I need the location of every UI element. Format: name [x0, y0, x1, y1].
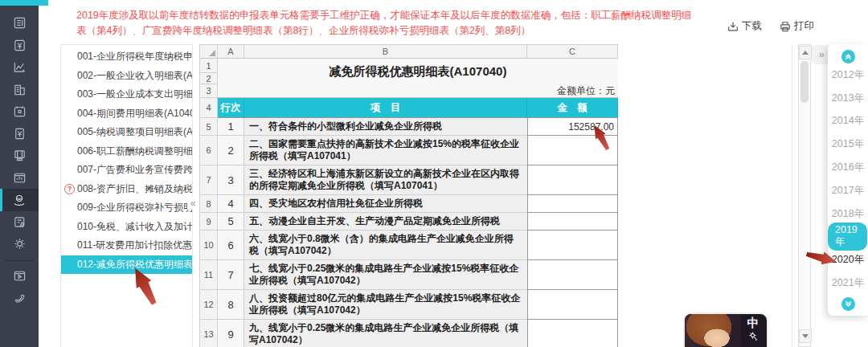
sidebar-item-company[interactable]: [0, 79, 39, 101]
row-number: 8: [200, 195, 218, 213]
cell-line-no[interactable]: 1: [218, 118, 244, 136]
cell-line-no[interactable]: 9: [218, 320, 244, 347]
form-list-item[interactable]: 003-一般企业成本支出明细...: [61, 85, 192, 104]
column-header-row: A B C: [200, 45, 618, 59]
form-list-item[interactable]: 012-减免所得税优惠明细表(...: [61, 255, 192, 275]
sidebar-item-phone-support[interactable]: [0, 287, 39, 309]
year-list: 2012年2013年2014年2015年2016年2017年2018年2019年…: [828, 63, 868, 295]
sidebar-item-ledger[interactable]: [0, 123, 39, 145]
cell-item[interactable]: 七、线宽小于0.25微米的集成电路生产企业减按15%税率征收企业所得税（填写A1…: [244, 260, 527, 290]
row-number: 5: [200, 118, 218, 136]
cell-item[interactable]: 九、线宽小于0.25微米的集成电路生产企业减免企业所得税（填写A107042）: [244, 320, 527, 347]
sidebar-item-reports-chart[interactable]: [0, 56, 39, 79]
top-accent-strip: [0, 0, 48, 6]
form-list-item[interactable]: 006-职工薪酬纳税调整明细...: [61, 142, 192, 161]
sidebar-item-settings[interactable]: [0, 233, 39, 255]
cell-line-no[interactable]: 2: [218, 136, 244, 165]
row-number: 13: [200, 320, 218, 347]
select-all-corner[interactable]: [200, 45, 218, 59]
column-header-c[interactable]: C: [527, 45, 618, 59]
cell-line-no[interactable]: 7: [218, 260, 244, 290]
triangle-down-icon: [802, 334, 809, 338]
form-list-item[interactable]: ?008-资产折旧、摊销及纳税...: [61, 180, 192, 199]
form-list-item-label: 004-期间费用明细表(A1040...: [77, 107, 192, 120]
checkbook-icon: [13, 215, 27, 229]
cell-item[interactable]: 八、投资额超过80亿元的集成电路生产企业减按15%税率征收企业所得税（填写A10…: [244, 290, 527, 320]
question-flag-icon: ?: [64, 184, 75, 194]
print-button[interactable]: 打印: [780, 19, 814, 33]
form-list-item[interactable]: 007-广告费和业务宣传费跨...: [61, 161, 192, 180]
sidebar-item-report-image[interactable]: [0, 167, 39, 190]
form-list-item[interactable]: 004-期间费用明细表(A1040...: [61, 104, 192, 124]
collapse-panel-handle[interactable]: «: [187, 197, 199, 210]
year-item[interactable]: 2014年: [828, 110, 868, 133]
form-list-item[interactable]: 010-免税、减计收入及加计...: [61, 218, 192, 237]
cell-line-no[interactable]: 6: [218, 231, 244, 260]
year-item[interactable]: 2017年: [828, 179, 868, 202]
form-list-item-label: 008-资产折旧、摊销及纳税...: [77, 182, 192, 196]
title-row: 12 减免所得税优惠明细表(A107040): [200, 59, 618, 84]
form-list-item-label: 001-企业所得税年度纳税申...: [77, 50, 192, 63]
form-list-item-label: 009-企业所得税弥补亏损明...: [77, 201, 192, 214]
cell-item[interactable]: 六、线宽小于0.8微米（含）的集成电路生产企业减免企业所得税（填写A107042…: [244, 231, 527, 260]
cell-amount[interactable]: [527, 195, 618, 213]
sidebar-item-tax-service[interactable]: [0, 189, 39, 211]
cell-line-no[interactable]: 3: [218, 165, 244, 195]
spreadsheet: A B C 12 减免所得税优惠明细表(A107040) 3 金额单位：元 4 …: [199, 44, 618, 347]
scrollbar-thumb[interactable]: [800, 61, 809, 103]
year-item-label: 2015年: [832, 137, 864, 151]
download-button[interactable]: 下载: [727, 19, 762, 33]
cell-item[interactable]: 四、受灾地区农村信用社免征企业所得税: [244, 195, 527, 213]
year-item[interactable]: 2019年: [828, 226, 868, 249]
year-item[interactable]: 2013年: [828, 87, 868, 110]
cell-item[interactable]: 二、国家需要重点扶持的高新技术企业减按15%的税率征收企业所得税（填写A1070…: [244, 136, 527, 165]
sidebar-item-checkbook[interactable]: [0, 211, 39, 234]
cell-line-no[interactable]: 8: [218, 290, 244, 320]
cell-line-no[interactable]: 4: [218, 195, 244, 213]
form-list-item[interactable]: 002-一般企业收入明细表(A1...: [61, 67, 192, 86]
year-item[interactable]: 2015年: [828, 133, 868, 156]
form-list-item[interactable]: 005-纳税调整项目明细表(A1...: [61, 123, 192, 142]
year-item[interactable]: 2020年: [828, 248, 868, 271]
sidebar-item-forms[interactable]: [0, 12, 39, 35]
year-item[interactable]: 2021年: [828, 271, 868, 295]
cell-amount[interactable]: [527, 260, 618, 290]
cell-amount[interactable]: [527, 320, 618, 347]
years-scroll-up-button[interactable]: [841, 50, 855, 63]
cell-amount[interactable]: [527, 165, 618, 195]
cell-amount[interactable]: [527, 136, 618, 165]
form-list-item[interactable]: 009-企业所得税弥补亏损明...: [61, 198, 192, 218]
chinese-service-icon[interactable]: 中: [747, 316, 760, 330]
gear-phone-icon[interactable]: [748, 331, 759, 341]
column-header-a[interactable]: A: [218, 45, 244, 59]
vertical-scrollbar[interactable]: [798, 44, 811, 347]
cell-item[interactable]: 三、经济特区和上海浦东新区新设立的高新技术企业在区内取得的所得定期减免企业所得税…: [244, 165, 527, 195]
tax-service-icon: [12, 193, 27, 207]
chevrons-up-icon: [844, 52, 853, 61]
cell-item[interactable]: 五、动漫企业自主开发、生产动漫产品定期减免企业所得税: [244, 213, 527, 231]
cashier-icon: [13, 149, 27, 162]
sidebar-item-cashier[interactable]: [0, 145, 39, 167]
cell-amount[interactable]: 152587.00: [527, 118, 618, 136]
sidebar-item-video-help[interactable]: [0, 265, 39, 288]
column-header-b[interactable]: B: [244, 45, 527, 59]
sidebar-item-calendar[interactable]: [0, 100, 39, 123]
year-item[interactable]: 2016年: [828, 156, 868, 179]
cell-item[interactable]: 一、符合条件的小型微利企业减免企业所得税: [244, 118, 527, 136]
support-widget[interactable]: 中: [683, 312, 768, 347]
form-list-item[interactable]: 001-企业所得税年度纳税申...: [61, 47, 192, 67]
cell-amount[interactable]: [527, 290, 618, 320]
scroll-up-button[interactable]: [799, 46, 812, 59]
year-item[interactable]: 2018年: [828, 202, 868, 226]
form-list-item[interactable]: 011-研发费用加计扣除优惠...: [61, 236, 192, 255]
download-icon: [727, 21, 739, 32]
cell-amount[interactable]: [527, 231, 618, 260]
years-scroll-down-button[interactable]: [841, 297, 855, 311]
sidebar-item-invoice[interactable]: [0, 35, 39, 57]
ledger-icon: [13, 127, 27, 141]
year-item-label: 2012年: [832, 68, 864, 82]
cell-line-no[interactable]: 5: [218, 213, 244, 231]
year-item[interactable]: 2012年: [828, 63, 868, 87]
cell-amount[interactable]: [527, 213, 618, 231]
scroll-down-button[interactable]: [799, 329, 812, 343]
